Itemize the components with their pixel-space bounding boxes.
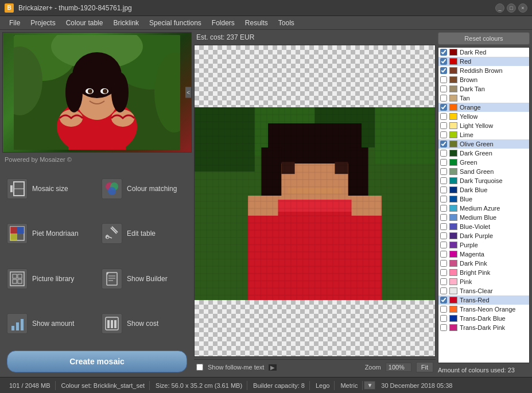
- colour-item[interactable]: Pink: [438, 277, 529, 286]
- colour-checkbox[interactable]: [440, 141, 447, 147]
- colour-item[interactable]: Trans-Dark Blue: [438, 314, 529, 323]
- colour-checkbox[interactable]: [440, 76, 447, 83]
- colour-item[interactable]: Magenta: [438, 250, 529, 259]
- menu-bricklink[interactable]: Bricklink: [108, 18, 143, 28]
- colour-item[interactable]: Dark Green: [438, 149, 529, 158]
- colour-item[interactable]: Sand Green: [438, 167, 529, 176]
- colour-checkbox[interactable]: [440, 242, 447, 248]
- colour-item[interactable]: Trans-Red: [438, 295, 529, 305]
- colours-list[interactable]: Dark RedRedReddish BrownBrownDark TanTan…: [438, 47, 530, 363]
- colour-checkbox[interactable]: [440, 104, 447, 111]
- colour-checkbox[interactable]: [440, 223, 447, 230]
- colour-checkbox[interactable]: [440, 324, 447, 331]
- colour-checkbox[interactable]: [440, 177, 447, 184]
- colour-checkbox[interactable]: [440, 232, 447, 239]
- tool-show-amount[interactable]: Show amount: [5, 303, 95, 344]
- colour-item[interactable]: Yellow: [438, 112, 529, 121]
- maximize-button[interactable]: □: [507, 3, 516, 13]
- menu-folders[interactable]: Folders: [207, 18, 239, 28]
- colour-name: Blue-Violet: [460, 223, 490, 230]
- close-button[interactable]: ×: [518, 3, 527, 13]
- colour-item[interactable]: Red: [438, 57, 529, 66]
- colour-checkbox[interactable]: [440, 186, 447, 193]
- colour-item[interactable]: Dark Blue: [438, 185, 529, 194]
- colour-checkbox[interactable]: [440, 49, 447, 56]
- colour-item[interactable]: Dark Pink: [438, 259, 529, 268]
- colour-item[interactable]: Tan: [438, 94, 529, 103]
- menu-results[interactable]: Results: [240, 18, 273, 28]
- create-mosaic-button[interactable]: Create mosaic: [7, 351, 187, 372]
- tool-piet-mondriaan[interactable]: Piet Mondriaan: [5, 213, 95, 254]
- colour-checkbox[interactable]: [440, 95, 447, 102]
- svg-point-18: [103, 89, 107, 94]
- metric-dropdown[interactable]: ▼: [364, 381, 375, 390]
- colour-item[interactable]: Trans-Clear: [438, 286, 529, 295]
- colour-swatch: [449, 278, 457, 285]
- menu-file[interactable]: File: [5, 18, 25, 28]
- colour-item[interactable]: Dark Purple: [438, 231, 529, 240]
- colour-swatch: [449, 186, 457, 193]
- colour-item[interactable]: Dark Turquoise: [438, 176, 529, 185]
- follow-me-checkbox[interactable]: [196, 364, 203, 371]
- colour-item[interactable]: Blue: [438, 194, 529, 204]
- colour-checkbox[interactable]: [440, 214, 447, 221]
- colour-checkbox[interactable]: [440, 168, 447, 175]
- colour-checkbox[interactable]: [440, 131, 447, 138]
- colour-checkbox[interactable]: [440, 67, 447, 74]
- colour-name: Olive Green: [460, 141, 494, 147]
- colour-item[interactable]: Medium Blue: [438, 213, 529, 222]
- colour-swatch: [449, 205, 457, 212]
- colour-checkbox[interactable]: [440, 85, 447, 92]
- colour-item[interactable]: Trans-Neon Orange: [438, 305, 529, 314]
- colour-item[interactable]: Dark Red: [438, 48, 529, 57]
- zoom-arrow-button[interactable]: ▶: [269, 364, 277, 371]
- tool-picture-library[interactable]: Picture library: [5, 259, 95, 299]
- colour-item[interactable]: Brown: [438, 75, 529, 84]
- tool-edit-table[interactable]: Edit table: [99, 213, 189, 254]
- colour-item[interactable]: Purple: [438, 240, 529, 250]
- colour-item[interactable]: Bright Pink: [438, 268, 529, 277]
- colour-checkbox[interactable]: [440, 58, 447, 65]
- colour-checkbox[interactable]: [440, 251, 447, 258]
- colour-checkbox[interactable]: [440, 278, 447, 285]
- tool-show-builder[interactable]: Show Builder: [99, 259, 189, 299]
- menu-projects[interactable]: Projects: [26, 18, 60, 28]
- collapse-panel-button[interactable]: <: [185, 87, 191, 98]
- colour-item[interactable]: Orange: [438, 103, 529, 112]
- colour-item[interactable]: Olive Green: [438, 139, 529, 149]
- colour-item[interactable]: Blue-Violet: [438, 222, 529, 231]
- colour-checkbox[interactable]: [440, 159, 447, 166]
- colour-checkbox[interactable]: [440, 287, 447, 294]
- colour-checkbox[interactable]: [440, 297, 447, 303]
- tool-colour-matching[interactable]: Colour matching: [99, 169, 189, 209]
- colour-checkbox[interactable]: [440, 260, 447, 267]
- colour-item[interactable]: Medium Azure: [438, 204, 529, 213]
- fit-button[interactable]: Fit: [416, 362, 433, 372]
- show-amount-label: Show amount: [32, 320, 74, 328]
- powered-by-text: Powered by Mosaizer ©: [2, 155, 192, 164]
- colour-swatch: [449, 177, 457, 184]
- colour-item[interactable]: Reddish Brown: [438, 66, 529, 75]
- menu-colour-table[interactable]: Colour table: [61, 18, 108, 28]
- colour-item[interactable]: Dark Tan: [438, 84, 529, 94]
- colour-checkbox[interactable]: [440, 306, 447, 313]
- tool-show-cost[interactable]: Show cost: [99, 303, 189, 344]
- colour-checkbox[interactable]: [440, 113, 447, 120]
- tool-mosaic-size[interactable]: Mosaic size: [5, 169, 95, 209]
- colour-checkbox[interactable]: [440, 150, 447, 157]
- zoom-input[interactable]: 100%: [386, 363, 411, 372]
- app-icon: B: [5, 3, 14, 13]
- colour-item[interactable]: Green: [438, 158, 529, 167]
- colour-item[interactable]: Lime: [438, 130, 529, 139]
- colour-checkbox[interactable]: [440, 269, 447, 276]
- colour-checkbox[interactable]: [440, 122, 447, 129]
- colour-checkbox[interactable]: [440, 196, 447, 203]
- reset-colours-button[interactable]: Reset colours: [438, 32, 530, 45]
- minimize-button[interactable]: _: [495, 3, 504, 13]
- colour-checkbox[interactable]: [440, 315, 447, 322]
- colour-checkbox[interactable]: [440, 205, 447, 212]
- colour-item[interactable]: Light Yellow: [438, 121, 529, 130]
- menu-special-functions[interactable]: Special functions: [145, 18, 206, 28]
- menu-tools[interactable]: Tools: [274, 18, 299, 28]
- colour-item[interactable]: Trans-Dark Pink: [438, 323, 529, 332]
